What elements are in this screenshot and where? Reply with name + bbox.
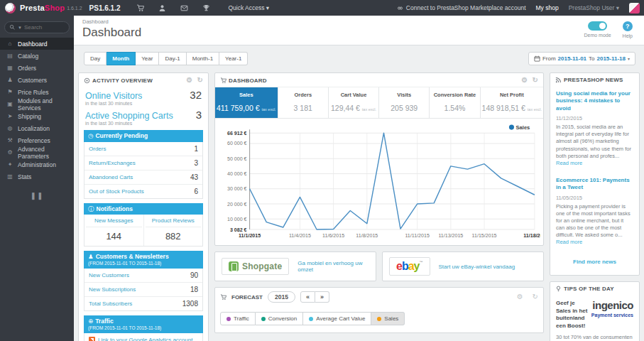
sidebar-item-dashboard[interactable]: ⌂Dashboard bbox=[0, 38, 74, 50]
read-more-link[interactable]: Read more bbox=[556, 239, 582, 245]
pending-row-returns: Return/Exchanges3 bbox=[84, 156, 202, 170]
user-avatar[interactable] bbox=[629, 3, 640, 13]
stats-icon: ▥ bbox=[6, 173, 13, 180]
tips-of-the-day-panel: TIPS OF THE DAY ingenico Payment service… bbox=[550, 281, 640, 341]
forecast-next-button[interactable]: » bbox=[315, 291, 329, 303]
panel-refresh-icon[interactable]: ↻ bbox=[533, 293, 538, 301]
sidebar-item-shipping[interactable]: ➤Shipping bbox=[0, 110, 74, 122]
online-visitors-value: 32 bbox=[190, 89, 202, 101]
news-article-title[interactable]: Ecommerce 101: Payments in a Tweet bbox=[556, 177, 633, 192]
range-month-1-button[interactable]: Month-1 bbox=[187, 52, 219, 65]
svg-text:11/11/2015: 11/11/2015 bbox=[405, 233, 429, 239]
google-analytics-link[interactable]: Link to your Google Analytics account bbox=[98, 337, 192, 341]
svg-text:11/1/2015: 11/1/2015 bbox=[239, 233, 261, 239]
kpi-visits[interactable]: Visits 205 939 bbox=[378, 87, 429, 118]
ebay-link[interactable]: Start uw eBay-winkel vandaag bbox=[439, 264, 515, 270]
my-shop-link[interactable]: My shop bbox=[536, 4, 559, 11]
pending-row-out-of-stock: Out of Stock Products6 bbox=[84, 185, 202, 198]
kpi-cart-value[interactable]: Cart Value 129,44 € tax excl. bbox=[328, 87, 378, 118]
panel-refresh-icon[interactable]: ↻ bbox=[197, 77, 203, 84]
search-input[interactable] bbox=[24, 24, 64, 31]
calendar-icon bbox=[534, 55, 540, 62]
sidebar-item-stats[interactable]: ▥Stats bbox=[0, 170, 74, 183]
sidebar-item-catalog[interactable]: ▤Catalog bbox=[0, 50, 74, 62]
kpi-net-profit[interactable]: Net Profit 148 918,51 € tax excl. bbox=[480, 87, 543, 118]
tips-panel-title: TIPS OF THE DAY bbox=[564, 286, 634, 292]
range-day-button[interactable]: Day bbox=[84, 52, 107, 65]
sidebar: ▼ ⌂Dashboard ▤Catalog ▦Orders ♟Customers… bbox=[0, 16, 74, 341]
dashboard-panel: DASHBOARD ⚙ ↻ Sales 411 759,00 € tax exc… bbox=[214, 72, 544, 246]
customers-icon: ♟ bbox=[6, 77, 13, 83]
range-year-button[interactable]: Year bbox=[136, 52, 159, 65]
svg-text:20 000 €: 20 000 € bbox=[227, 202, 247, 207]
active-carts-link[interactable]: Active Shopping Carts bbox=[85, 111, 173, 121]
sidebar-item-administration[interactable]: ✦Administration bbox=[0, 158, 74, 170]
metric-average-cart-value-button[interactable]: Average Cart Value bbox=[303, 312, 371, 325]
sidebar-item-localization[interactable]: ◍Localization bbox=[0, 122, 74, 134]
date-range-picker[interactable]: From2015-11-01 To2015-11-18 ▾ bbox=[528, 52, 635, 65]
news-article-title[interactable]: Using social media for your business: 4 … bbox=[556, 90, 633, 112]
sidebar-item-preferences[interactable]: ⚒Preferences bbox=[0, 134, 74, 146]
ingenico-logo: ingenico Payment services bbox=[591, 300, 633, 318]
find-more-news-link[interactable]: Find more news bbox=[550, 251, 639, 275]
forecast-panel-title: FORECAST bbox=[231, 294, 263, 301]
svg-text:30 000 €: 30 000 € bbox=[227, 186, 247, 192]
administration-icon: ✦ bbox=[6, 161, 13, 168]
activity-panel-title: ACTIVITY OVERVIEW bbox=[92, 77, 182, 84]
kpi-orders[interactable]: Orders 3 181 bbox=[278, 87, 328, 118]
brand-version: 1.6.1.2 bbox=[67, 6, 82, 11]
search-scope-caret-icon[interactable]: ▼ bbox=[18, 26, 22, 30]
clock-icon: ◷ bbox=[88, 132, 93, 139]
panel-settings-icon[interactable]: ⚙ bbox=[517, 293, 523, 301]
metric-traffic-button[interactable]: Traffic bbox=[220, 312, 256, 325]
panel-settings-icon[interactable]: ⚙ bbox=[186, 77, 192, 84]
date-filter-row: Day Month Year Day-1 Month-1 Year-1 From… bbox=[74, 45, 644, 67]
quick-access-menu[interactable]: Quick Access ▾ bbox=[228, 4, 269, 11]
sidebar-item-orders[interactable]: ▦Orders bbox=[0, 62, 74, 74]
product-reviews-cell: Product Reviews882 bbox=[143, 215, 203, 246]
panel-settings-icon[interactable]: ⚙ bbox=[521, 77, 528, 84]
online-visitors-link[interactable]: Online Visitors bbox=[85, 91, 142, 101]
conversion-dot-icon bbox=[261, 317, 266, 321]
link-icon bbox=[397, 5, 403, 11]
panel-refresh-icon[interactable]: ↻ bbox=[532, 77, 538, 84]
range-day-1-button[interactable]: Day-1 bbox=[159, 52, 186, 65]
sidebar-collapse-icon[interactable]: ❚❚ bbox=[0, 192, 74, 200]
kpi-sales[interactable]: Sales 411 759,00 € tax excl. bbox=[215, 87, 278, 118]
orders-icon: ▦ bbox=[6, 65, 13, 71]
page-title: Dashboard bbox=[82, 26, 141, 40]
read-more-link[interactable]: Read more bbox=[556, 160, 582, 166]
metric-sales-button[interactable]: Sales bbox=[371, 312, 405, 325]
traffic-date-range: (FROM 2015-11-01 TO 2015-11-18) bbox=[88, 325, 199, 331]
messages-icon[interactable] bbox=[180, 4, 190, 12]
demo-mode-label: Demo mode bbox=[584, 33, 611, 38]
sidebar-item-customers[interactable]: ♟Customers bbox=[0, 74, 74, 86]
user-menu[interactable]: PrestaShop User ▾ bbox=[569, 4, 619, 11]
forecast-prev-button[interactable]: « bbox=[300, 291, 315, 303]
sidebar-item-advanced-parameters[interactable]: ⚙Advanced Parameters bbox=[0, 146, 74, 158]
prestashop-news-panel: PRESTASHOP NEWS Using social media for y… bbox=[550, 72, 640, 276]
shopgate-link[interactable]: Ga mobiel en verhoog uw omzet bbox=[298, 260, 369, 273]
svg-text:11/15/2015: 11/15/2015 bbox=[472, 233, 497, 239]
customer-icon[interactable] bbox=[158, 4, 168, 12]
help-label: Help bbox=[623, 33, 633, 38]
svg-text:60 000 €: 60 000 € bbox=[227, 141, 247, 146]
range-month-button[interactable]: Month bbox=[107, 52, 136, 65]
metric-conversion-button[interactable]: Conversion bbox=[256, 312, 303, 325]
dashboard-cart-icon bbox=[220, 77, 227, 84]
svg-text:10 000 €: 10 000 € bbox=[227, 217, 247, 222]
forecast-year[interactable]: 2015 bbox=[268, 291, 295, 303]
sidebar-search[interactable]: ▼ bbox=[4, 21, 70, 33]
forecast-metric-buttons: Traffic Conversion Average Cart Value Sa… bbox=[215, 306, 543, 332]
help-button[interactable]: ? bbox=[623, 21, 633, 31]
demo-mode-toggle[interactable] bbox=[588, 21, 607, 31]
trophy-icon[interactable] bbox=[202, 4, 212, 12]
range-year-1-button[interactable]: Year-1 bbox=[219, 52, 248, 65]
ebay-logo: ebay™ bbox=[389, 257, 430, 276]
sidebar-item-price-rules[interactable]: ⚑Price Rules bbox=[0, 86, 74, 98]
sidebar-item-modules[interactable]: ▣Modules and Services bbox=[0, 98, 74, 110]
cart-icon[interactable] bbox=[136, 4, 146, 12]
sidebar-menu: ⌂Dashboard ▤Catalog ▦Orders ♟Customers ⚑… bbox=[0, 38, 74, 183]
marketplace-connect-link[interactable]: Connect to PrestaShop Marketplace accoun… bbox=[397, 4, 526, 11]
kpi-conversion-rate[interactable]: Conversion Rate 1.54% bbox=[429, 87, 479, 118]
